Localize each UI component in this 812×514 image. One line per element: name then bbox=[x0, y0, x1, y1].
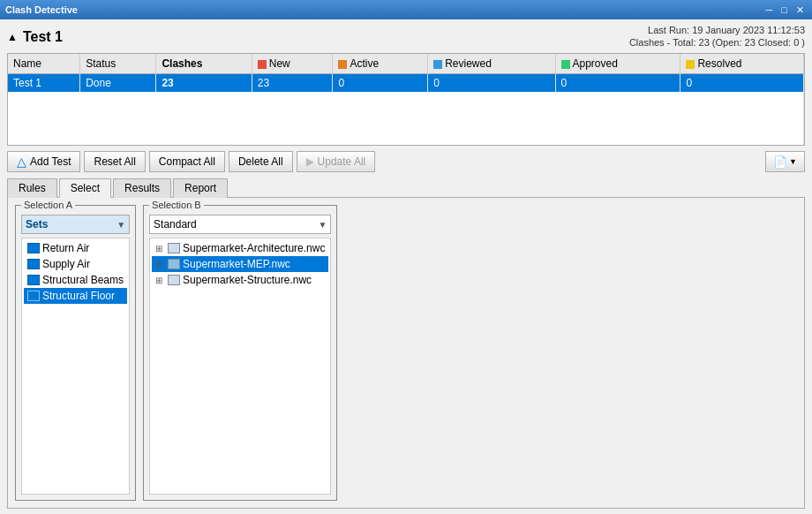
set-icon bbox=[27, 275, 40, 285]
add-test-button[interactable]: △ Add Test bbox=[7, 151, 80, 172]
title-bar: Clash Detective ─ □ ✕ bbox=[0, 0, 812, 19]
clash-tests-table: Name Status Clashes New Active Reviewed bbox=[7, 53, 805, 146]
export-icon: 📄 bbox=[773, 155, 787, 169]
file-icon bbox=[168, 275, 180, 285]
list-item[interactable]: ⊞ Supermarket-MEP.nwc bbox=[152, 256, 328, 272]
expand-icon: ⊞ bbox=[155, 276, 166, 285]
standard-chevron-icon: ▼ bbox=[319, 220, 327, 230]
table-header-row: Name Status Clashes New Active Reviewed bbox=[8, 54, 804, 74]
col-name: Name bbox=[8, 54, 80, 74]
cell-resolved: 0 bbox=[680, 74, 804, 93]
tab-content: Selection A Sets ▼ Return Air bbox=[7, 198, 805, 509]
list-item[interactable]: ⊞ Supermarket-Structure.nwc bbox=[152, 272, 328, 288]
col-resolved: Resolved bbox=[680, 54, 804, 74]
set-icon bbox=[27, 243, 40, 253]
main-container: ▲ Test 1 Last Run: 19 January 2023 11:12… bbox=[0, 19, 812, 514]
dropdown-arrow-icon: ▼ bbox=[789, 157, 797, 166]
sets-dropdown-row: Sets ▼ bbox=[21, 215, 130, 234]
last-run-info: Last Run: 19 January 2023 11:12:53 bbox=[629, 25, 805, 35]
selection-panels: Selection A Sets ▼ Return Air bbox=[15, 205, 797, 501]
selection-b-title: Selection B bbox=[149, 200, 204, 210]
standard-dropdown-row: Standard ▼ bbox=[149, 215, 331, 234]
approved-color-dot bbox=[561, 60, 570, 69]
list-item[interactable]: Structural Floor bbox=[24, 288, 127, 304]
cell-new: 23 bbox=[252, 74, 333, 93]
list-item[interactable]: Structural Beams bbox=[24, 272, 127, 288]
sets-dropdown[interactable]: Sets ▼ bbox=[21, 215, 130, 234]
export-area: 📄 ▼ bbox=[765, 151, 805, 172]
app-title: Clash Detective bbox=[5, 4, 78, 15]
tab-results[interactable]: Results bbox=[113, 178, 171, 198]
update-icon: ▶ bbox=[306, 155, 314, 168]
maximize-button[interactable]: □ bbox=[778, 4, 790, 16]
expand-icon: ⊞ bbox=[155, 260, 166, 269]
main-toolbar: △ Add Test Reset All Compact All Delete … bbox=[7, 151, 805, 172]
col-approved: Approved bbox=[555, 54, 680, 74]
selection-b-tree[interactable]: ⊞ Supermarket-Architecture.nwc ⊞ Superma… bbox=[149, 238, 331, 495]
col-new: New bbox=[252, 54, 333, 74]
reviewed-color-dot bbox=[433, 60, 442, 69]
cell-reviewed: 0 bbox=[428, 74, 555, 93]
test-title-row: ▲ Test 1 bbox=[7, 29, 63, 45]
update-all-button[interactable]: ▶ Update All bbox=[297, 151, 376, 172]
col-active: Active bbox=[333, 54, 428, 74]
reset-all-button[interactable]: Reset All bbox=[84, 151, 145, 172]
set-icon bbox=[27, 259, 40, 269]
cell-name: Test 1 bbox=[8, 74, 80, 93]
cell-clashes: 23 bbox=[156, 74, 252, 93]
sets-chevron-icon: ▼ bbox=[117, 220, 125, 230]
col-status: Status bbox=[80, 54, 156, 74]
file-icon bbox=[168, 243, 180, 253]
set-icon bbox=[27, 291, 40, 301]
close-button[interactable]: ✕ bbox=[793, 4, 807, 16]
selection-a-tree[interactable]: Return Air Supply Air Structural Beams S… bbox=[21, 238, 130, 495]
export-button[interactable]: 📄 ▼ bbox=[765, 151, 805, 172]
chevron-down-icon: ▲ bbox=[7, 31, 18, 43]
delete-all-button[interactable]: Delete All bbox=[229, 151, 293, 172]
file-icon bbox=[168, 259, 180, 269]
minimize-button[interactable]: ─ bbox=[763, 4, 776, 16]
col-clashes: Clashes bbox=[156, 54, 252, 74]
compact-all-button[interactable]: Compact All bbox=[149, 151, 225, 172]
standard-dropdown[interactable]: Standard ▼ bbox=[149, 215, 331, 234]
list-item[interactable]: Return Air bbox=[24, 240, 127, 256]
table-row[interactable]: Test 1 Done 23 23 0 0 0 0 bbox=[8, 74, 804, 93]
cell-status: Done bbox=[80, 74, 156, 93]
tab-select[interactable]: Select bbox=[59, 178, 111, 198]
tab-rules[interactable]: Rules bbox=[7, 178, 57, 198]
test-name-label: Test 1 bbox=[23, 29, 63, 45]
selection-a-title: Selection A bbox=[21, 200, 75, 210]
new-color-dot bbox=[258, 60, 267, 69]
list-item[interactable]: ⊞ Supermarket-Architecture.nwc bbox=[152, 240, 328, 256]
tab-bar: Rules Select Results Report bbox=[7, 178, 805, 198]
selection-b-panel: Selection B Standard ▼ ⊞ Supermarket-Arc… bbox=[143, 205, 337, 501]
active-color-dot bbox=[338, 60, 347, 69]
selection-a-panel: Selection A Sets ▼ Return Air bbox=[15, 205, 136, 501]
tab-report[interactable]: Report bbox=[173, 178, 228, 198]
window-controls: ─ □ ✕ bbox=[763, 4, 807, 16]
resolved-color-dot bbox=[686, 60, 695, 69]
cell-approved: 0 bbox=[555, 74, 680, 93]
expand-icon: ⊞ bbox=[155, 244, 166, 253]
cell-active: 0 bbox=[333, 74, 428, 93]
list-item[interactable]: Supply Air bbox=[24, 256, 127, 272]
clash-summary: Clashes - Total: 23 (Open: 23 Closed: 0 … bbox=[629, 37, 805, 48]
col-reviewed: Reviewed bbox=[428, 54, 555, 74]
add-icon: △ bbox=[17, 155, 26, 169]
